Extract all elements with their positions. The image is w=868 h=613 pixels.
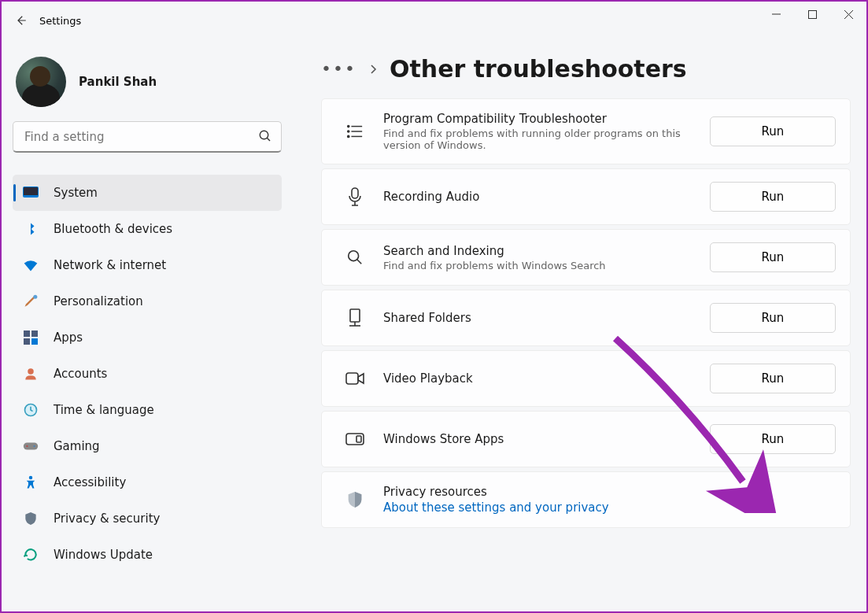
sidebar-item-update[interactable]: Windows Update (13, 537, 282, 573)
avatar (16, 57, 66, 107)
sidebar-item-label: Apps (54, 331, 83, 345)
sidebar-item-personalization[interactable]: Personalization (13, 283, 282, 319)
recording-run-button[interactable]: Run (710, 182, 836, 212)
window-title: Settings (39, 15, 81, 27)
svg-rect-10 (31, 331, 38, 337)
sidebar-item-apps[interactable]: Apps (13, 319, 282, 356)
bluetooth-icon (22, 220, 39, 238)
maximize-button[interactable] (794, 2, 830, 27)
shield-icon (22, 510, 39, 527)
card-title: Shared Folders (383, 311, 710, 325)
main-content: ••• Other troubleshooters Program Compat… (293, 39, 866, 611)
card-title: Search and Indexing (383, 244, 710, 258)
clock-icon (22, 401, 39, 419)
svg-point-18 (29, 476, 33, 480)
card-title: Video Playback (383, 371, 710, 386)
sidebar-item-label: Network & internet (54, 258, 166, 272)
compat-run-button[interactable]: Run (710, 116, 836, 146)
profile[interactable]: Pankil Shah (16, 57, 282, 107)
breadcrumb: ••• Other troubleshooters (321, 55, 851, 83)
svg-point-13 (28, 368, 34, 375)
svg-rect-15 (24, 442, 38, 449)
titlebar: Settings (2, 2, 866, 39)
troubleshooter-recording: Recording Audio Run (321, 168, 851, 225)
card-title: Windows Store Apps (383, 432, 710, 446)
minimize-icon (772, 10, 781, 19)
update-icon (22, 546, 39, 563)
troubleshooter-shared: Shared Folders Run (321, 290, 851, 346)
sidebar-item-label: Accessibility (54, 475, 126, 489)
sidebar: Pankil Shah System Bluetooth & devices N… (2, 39, 293, 611)
user-name: Pankil Shah (79, 75, 157, 89)
search-container (13, 121, 282, 153)
svg-line-27 (357, 260, 362, 264)
privacy-resources: Privacy resources About these settings a… (321, 471, 851, 528)
svg-rect-25 (352, 188, 358, 198)
store-run-button[interactable]: Run (710, 424, 836, 454)
page-title: Other troubleshooters (390, 55, 687, 83)
magnifier-icon (339, 249, 371, 266)
brush-icon (22, 293, 39, 310)
list-icon (339, 124, 371, 139)
sidebar-item-time[interactable]: Time & language (13, 392, 282, 428)
sidebar-item-label: Accounts (54, 367, 107, 381)
card-desc: Find and fix problems with running older… (383, 127, 710, 151)
sidebar-item-accounts[interactable]: Accounts (13, 356, 282, 392)
troubleshooter-compat: Program Compatibility Troubleshooter Fin… (321, 98, 851, 164)
svg-point-21 (348, 131, 349, 132)
video-run-button[interactable]: Run (710, 364, 836, 393)
sidebar-item-label: Time & language (54, 403, 154, 417)
svg-point-19 (348, 125, 349, 127)
svg-point-8 (33, 295, 37, 299)
video-icon (339, 371, 371, 386)
sidebar-item-network[interactable]: Network & internet (13, 247, 282, 283)
privacy-link[interactable]: About these settings and your privacy (383, 500, 609, 515)
gamepad-icon (22, 438, 39, 455)
svg-rect-33 (356, 436, 361, 442)
sidebar-item-gaming[interactable]: Gaming (13, 428, 282, 464)
system-icon (22, 184, 39, 201)
svg-rect-31 (346, 373, 358, 384)
sidebar-item-system[interactable]: System (13, 175, 282, 211)
breadcrumb-ellipsis[interactable]: ••• (321, 59, 356, 79)
minimize-button[interactable] (758, 2, 794, 27)
svg-point-16 (26, 445, 28, 447)
svg-rect-28 (350, 309, 360, 322)
store-icon (339, 431, 371, 447)
troubleshooter-list: Program Compatibility Troubleshooter Fin… (321, 98, 851, 528)
maximize-icon (808, 10, 817, 19)
search-run-button[interactable]: Run (710, 242, 836, 272)
sidebar-item-label: Windows Update (54, 548, 153, 562)
search-input[interactable] (13, 121, 282, 153)
close-button[interactable] (830, 2, 866, 27)
svg-rect-9 (24, 331, 30, 337)
card-title: Program Compatibility Troubleshooter (383, 112, 710, 126)
card-title: Privacy resources (383, 485, 836, 499)
server-icon (339, 308, 371, 327)
microphone-icon (339, 187, 371, 206)
svg-point-26 (349, 251, 359, 261)
troubleshooter-video: Video Playback Run (321, 350, 851, 407)
sidebar-item-label: Bluetooth & devices (54, 222, 172, 236)
arrow-left-icon (13, 13, 28, 28)
troubleshooter-search: Search and Indexing Find and fix problem… (321, 229, 851, 286)
sidebar-item-accessibility[interactable]: Accessibility (13, 464, 282, 500)
sidebar-item-privacy[interactable]: Privacy & security (13, 500, 282, 537)
svg-point-23 (348, 135, 349, 137)
chevron-right-icon (369, 64, 377, 75)
sidebar-item-label: Personalization (54, 294, 143, 308)
close-icon (844, 10, 853, 19)
window-controls (758, 2, 866, 27)
sidebar-item-label: Gaming (54, 439, 100, 453)
svg-rect-7 (24, 187, 38, 195)
shared-run-button[interactable]: Run (710, 303, 836, 333)
back-button[interactable] (5, 5, 36, 36)
nav-list: System Bluetooth & devices Network & int… (13, 175, 282, 611)
svg-point-17 (33, 445, 35, 447)
svg-rect-11 (24, 338, 30, 345)
wifi-icon (22, 257, 39, 274)
sidebar-item-label: System (54, 186, 98, 200)
accessibility-icon (22, 474, 39, 491)
svg-rect-12 (31, 338, 38, 345)
sidebar-item-bluetooth[interactable]: Bluetooth & devices (13, 211, 282, 247)
